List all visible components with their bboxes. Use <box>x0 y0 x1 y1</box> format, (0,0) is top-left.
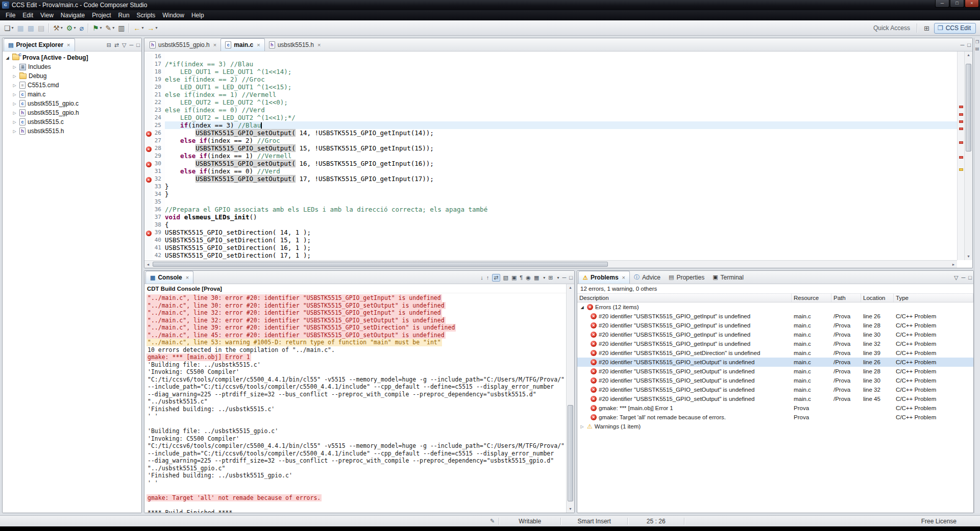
scroll-down-icon[interactable]: ▼ <box>567 505 574 513</box>
tab-project-explorer[interactable]: ▤ Project Explorer × <box>4 38 75 51</box>
problem-row[interactable]: ×#20 identifier "USBSTK5515_GPIO_setDire… <box>577 348 973 358</box>
tab-properties[interactable]: ▤Properties <box>665 271 708 284</box>
close-icon[interactable]: × <box>257 42 260 48</box>
warning-overview-mark[interactable] <box>959 168 963 171</box>
code-text[interactable]: USBSTK5515_GPIO_setDirection( 17, 1 ); <box>165 251 957 259</box>
dropdown-arrow-icon[interactable]: ▾ <box>141 26 143 30</box>
menu-run[interactable]: Run <box>115 10 133 20</box>
tree-item[interactable]: ▷cusbstk5515.c <box>3 117 141 127</box>
collapsed-arrow-icon[interactable]: ▷ <box>12 83 17 88</box>
tree-item[interactable]: ▷cmain.c <box>3 90 141 99</box>
collapsed-arrow-icon[interactable]: ▷ <box>12 65 17 69</box>
close-icon[interactable]: × <box>186 274 189 281</box>
dropdown-arrow-icon[interactable]: ▾ <box>112 26 114 30</box>
search-icon[interactable]: ⌀ <box>78 22 85 34</box>
tab-advice[interactable]: ⓘAdvice <box>630 271 665 284</box>
forward-icon[interactable]: →▾ <box>145 22 159 34</box>
tab-usbstk5515_gpio.h[interactable]: husbstk5515_gpio.h× <box>145 38 220 51</box>
pin-console-icon[interactable]: ◉ <box>526 274 531 281</box>
error-overview-mark[interactable] <box>959 141 963 144</box>
scrollbar-thumb[interactable] <box>568 405 573 501</box>
code-text[interactable]: else if(index == 0) //Verd <box>165 106 957 114</box>
console-output[interactable]: "../main.c", line 30: error #20: identif… <box>144 293 566 513</box>
error-overview-mark[interactable] <box>959 156 963 159</box>
scroll-left-icon[interactable]: ◄ <box>144 261 152 268</box>
dropdown-arrow-icon[interactable]: ▾ <box>543 275 545 280</box>
minimize-window-button[interactable]: ─ <box>935 0 949 8</box>
code-text[interactable]: void elsmeus_LEDs_init() <box>165 213 957 221</box>
code-text[interactable]: LED_OUT1 = LED_OUT1 ^(1<<14); <box>165 68 957 75</box>
error-marker[interactable]: × <box>144 160 153 167</box>
window-titlebar[interactable]: C CCS Edit - Prova/main.c - Code Compose… <box>0 0 980 10</box>
new-file-icon[interactable]: ❏▾ <box>3 22 15 34</box>
problem-row[interactable]: ×#20 identifier "USBSTK5515_GPIO_setOutp… <box>577 367 973 376</box>
code-text[interactable]: else if(index == 1) //Vermell <box>165 152 957 160</box>
dropdown-arrow-icon[interactable]: ▾ <box>74 26 76 30</box>
close-icon[interactable]: × <box>213 42 216 48</box>
tree-item[interactable]: ▷≡C5515.cmd <box>3 81 141 90</box>
outline-view-icon[interactable]: ▤ <box>975 46 980 51</box>
menu-view[interactable]: View <box>37 10 57 20</box>
tab-terminal[interactable]: ▣Terminal <box>708 271 748 284</box>
close-icon[interactable]: × <box>622 274 625 281</box>
code-text[interactable]: //Prepara el GPIO associats amb els LEDs… <box>165 206 957 213</box>
display-selected-console-icon[interactable]: ▦ <box>534 274 539 281</box>
expanded-arrow-icon[interactable]: ◢ <box>5 56 10 60</box>
tree-item[interactable]: ▷husbstk5515.h <box>3 127 141 136</box>
code-text[interactable]: USBSTK5515_GPIO_setOutput( 14, !USBSTK55… <box>165 129 957 137</box>
scroll-up-icon[interactable]: ▲ <box>567 284 574 291</box>
column-header-type[interactable]: Type <box>894 294 973 302</box>
error-overview-mark[interactable] <box>959 120 963 123</box>
dropdown-arrow-icon[interactable]: ▾ <box>61 26 63 30</box>
scrollbar-thumb[interactable] <box>966 64 971 151</box>
tree-item[interactable]: ▷≣Includes <box>3 62 141 71</box>
overview-ruler[interactable] <box>957 52 964 260</box>
editor-horizontal-scrollbar[interactable]: ◄ ► <box>144 260 957 268</box>
error-marker[interactable]: × <box>144 129 153 137</box>
problem-row[interactable]: ×#20 identifier "USBSTK5515_GPIO_setOutp… <box>577 358 973 367</box>
link-editor-icon[interactable]: ⇄ <box>114 42 119 48</box>
tab-problems[interactable]: ⚠Problems× <box>578 271 630 284</box>
restore-view-icon[interactable]: ❐ <box>975 40 980 44</box>
problem-row[interactable]: ×gmake: Target 'all' not remade because … <box>577 413 973 422</box>
scrollbar-thumb[interactable] <box>153 262 608 267</box>
scroll-down-icon[interactable]: ▼ <box>965 253 972 260</box>
next-error-icon[interactable]: ↓ <box>480 274 483 281</box>
word-wrap-icon[interactable]: ¶ <box>520 274 523 281</box>
menu-scripts[interactable]: Scripts <box>133 10 159 20</box>
collapsed-arrow-icon[interactable]: ▷ <box>579 424 585 429</box>
problem-group-row[interactable]: ▷⚠Warnings (1 item) <box>577 422 973 431</box>
code-text[interactable]: USBSTK5515_GPIO_setDirection( 16, 1 ); <box>165 244 957 251</box>
menu-navigate[interactable]: Navigate <box>57 10 88 20</box>
tab-console[interactable]: ▦ Console × <box>145 271 193 284</box>
code-text[interactable]: LED_OUT1 = LED_OUT1 ^(1<<15); <box>165 83 957 91</box>
column-header-path[interactable]: Path <box>831 294 861 302</box>
close-window-button[interactable]: × <box>965 0 979 8</box>
code-text[interactable]: { <box>165 221 957 229</box>
column-header-location[interactable]: Location <box>861 294 894 302</box>
run-flag-icon[interactable]: ⚑▾ <box>91 22 104 34</box>
menu-file[interactable]: File <box>2 10 19 20</box>
error-marker[interactable]: × <box>144 144 153 152</box>
dropdown-arrow-icon[interactable]: ▾ <box>100 26 102 30</box>
code-area[interactable]: 1617/*if(index == 3) //Blau18 LED_OUT1 =… <box>144 52 957 260</box>
tree-item[interactable]: ▷husbstk5515_gpio.h <box>3 108 141 117</box>
menu-edit[interactable]: Edit <box>19 10 37 20</box>
prev-error-icon[interactable]: ↑ <box>486 274 489 281</box>
problem-row[interactable]: ×#20 identifier "USBSTK5515_GPIO_getInpu… <box>577 330 973 339</box>
quick-access-button[interactable]: Quick Access <box>873 24 910 32</box>
code-text[interactable]: LED_OUT2 = LED_OUT2 ^(1<<0); <box>165 98 957 106</box>
console-vertical-scrollbar[interactable]: ▲ ▼ <box>566 284 574 513</box>
maximize-icon[interactable]: □ <box>967 42 971 48</box>
close-icon[interactable]: × <box>67 42 70 48</box>
code-text[interactable]: USBSTK5515_GPIO_setDirection( 15, 1 ); <box>165 236 957 244</box>
problem-row[interactable]: ×#20 identifier "USBSTK5515_GPIO_getInpu… <box>577 312 973 321</box>
view-menu-icon[interactable]: ▽ <box>954 274 958 281</box>
dropdown-arrow-icon[interactable]: ▾ <box>557 275 559 280</box>
tab-main.c[interactable]: cmain.c× <box>220 38 264 51</box>
tree-item[interactable]: ◢CProva [Active - Debug] <box>3 53 141 62</box>
collapsed-arrow-icon[interactable]: ▷ <box>12 74 17 79</box>
sync-editor-icon[interactable]: ⇄ <box>492 274 500 282</box>
code-text[interactable]: else if(index == 1) //Vermell <box>165 91 957 98</box>
scroll-right-icon[interactable]: ► <box>950 261 957 268</box>
